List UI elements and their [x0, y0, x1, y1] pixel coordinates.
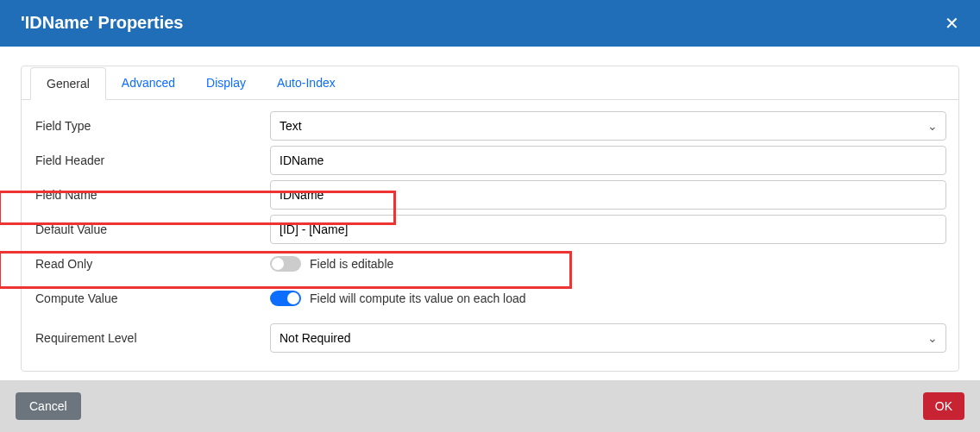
- form-area: Field Type ⌄ Field Header Fiel: [22, 100, 958, 371]
- tab-advanced[interactable]: Advanced: [106, 67, 191, 100]
- field-type-select[interactable]: [270, 111, 946, 141]
- read-only-text: Field is editable: [310, 257, 393, 271]
- tab-strip: General Advanced Display Auto-Index: [22, 66, 958, 100]
- requirement-level-select-wrap: ⌄: [270, 323, 946, 353]
- label-compute-value: Compute Value: [34, 291, 270, 305]
- row-requirement-level: Requirement Level ⌄: [34, 321, 946, 355]
- row-field-header: Field Header: [34, 143, 946, 178]
- read-only-toggle[interactable]: [270, 256, 301, 272]
- label-field-header: Field Header: [34, 153, 270, 167]
- dialog-body: General Advanced Display Auto-Index Fiel…: [0, 47, 980, 380]
- properties-dialog: 'IDName' Properties ✕ General Advanced D…: [0, 0, 980, 432]
- field-type-select-wrap: ⌄: [270, 111, 946, 141]
- dialog-header: 'IDName' Properties ✕: [0, 0, 980, 47]
- close-icon[interactable]: ✕: [945, 13, 959, 34]
- compute-value-toggle[interactable]: [270, 291, 301, 306]
- label-read-only: Read Only: [34, 257, 270, 271]
- dialog-footer: Cancel OK: [0, 380, 980, 432]
- dialog-title: 'IDName' Properties: [21, 13, 183, 33]
- label-requirement-level: Requirement Level: [34, 331, 270, 345]
- row-compute-value: Compute Value Field will compute its val…: [34, 281, 946, 316]
- ok-button[interactable]: OK: [923, 392, 964, 420]
- row-read-only: Read Only Field is editable: [34, 247, 946, 281]
- row-field-name: Field Name: [34, 178, 946, 212]
- default-value-input[interactable]: [270, 215, 946, 244]
- row-default-value: Default Value: [34, 212, 946, 247]
- compute-value-text: Field will compute its value on each loa…: [310, 291, 526, 305]
- label-field-name: Field Name: [34, 188, 270, 202]
- tab-auto-index[interactable]: Auto-Index: [261, 67, 351, 100]
- cancel-button[interactable]: Cancel: [16, 392, 81, 420]
- form-panel: General Advanced Display Auto-Index Fiel…: [21, 66, 959, 372]
- tab-display[interactable]: Display: [191, 67, 261, 100]
- label-field-type: Field Type: [34, 119, 270, 133]
- field-name-input[interactable]: [270, 180, 946, 210]
- tab-general[interactable]: General: [30, 67, 106, 100]
- row-field-type: Field Type ⌄: [34, 109, 946, 143]
- requirement-level-select[interactable]: [270, 323, 946, 353]
- field-header-input[interactable]: [270, 146, 946, 175]
- label-default-value: Default Value: [34, 222, 270, 236]
